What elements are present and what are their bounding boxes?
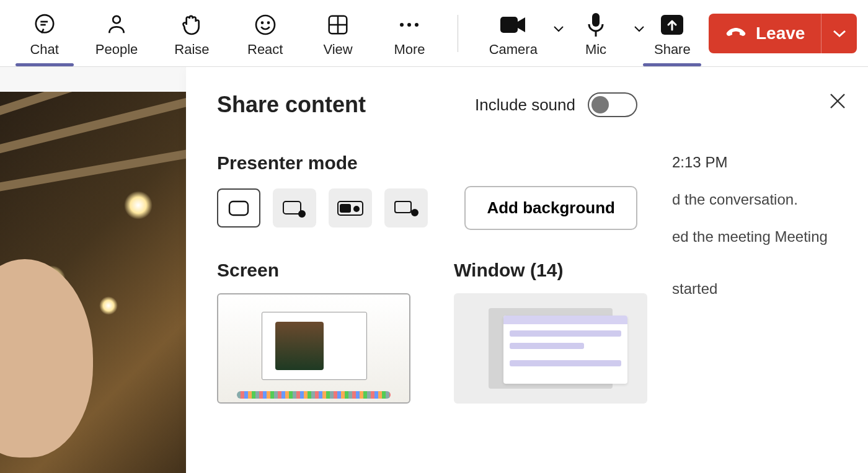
presenter-mode-side-by-side[interactable] <box>329 188 372 228</box>
share-button[interactable]: Share <box>639 6 706 61</box>
share-panel-title: Share content <box>217 92 366 118</box>
raise-hand-icon <box>179 11 204 39</box>
leave-options-button[interactable] <box>821 14 857 53</box>
share-icon <box>660 11 684 39</box>
svg-point-3 <box>113 15 120 23</box>
content-area: Share content Include sound Presenter mo… <box>0 67 868 473</box>
mic-label: Mic <box>585 42 606 58</box>
presenter-mode-row: Add background <box>217 186 637 230</box>
leave-button-group: Leave <box>709 14 857 53</box>
share-label: Share <box>654 42 691 58</box>
camera-label: Camera <box>489 42 538 58</box>
camera-icon <box>499 11 528 39</box>
presenter-mode-content-only[interactable] <box>217 188 260 228</box>
active-tab-indicator <box>16 63 74 66</box>
people-icon <box>104 11 129 39</box>
more-icon <box>397 11 422 39</box>
include-sound-label: Include sound <box>475 95 575 115</box>
mic-icon <box>587 11 605 39</box>
presenter-mode-heading: Presenter mode <box>217 153 637 174</box>
mic-button[interactable]: Mic <box>558 6 633 61</box>
share-active-indicator <box>643 63 701 66</box>
screen-share-tile[interactable] <box>217 293 410 404</box>
camera-button[interactable]: Camera <box>473 6 553 61</box>
leave-label: Leave <box>756 24 805 43</box>
window-share-tile[interactable] <box>454 293 647 404</box>
svg-point-0 <box>36 15 53 32</box>
more-label: More <box>394 42 425 58</box>
people-button[interactable]: People <box>80 6 153 61</box>
svg-rect-17 <box>229 201 248 215</box>
include-sound-group: Include sound <box>475 92 637 117</box>
hangup-icon <box>725 24 747 43</box>
svg-point-22 <box>354 206 359 211</box>
svg-point-11 <box>407 23 411 27</box>
svg-point-6 <box>268 22 269 23</box>
view-button[interactable]: View <box>304 6 371 61</box>
svg-point-12 <box>415 23 418 27</box>
svg-point-10 <box>400 23 404 27</box>
leave-button[interactable]: Leave <box>709 14 821 53</box>
toolbar-divider <box>458 15 458 52</box>
more-button[interactable]: More <box>376 6 443 61</box>
screen-heading: Screen <box>217 260 410 281</box>
presenter-mode-standout[interactable] <box>273 188 316 228</box>
svg-rect-14 <box>592 13 600 27</box>
view-label: View <box>323 42 352 58</box>
chat-timestamp: 2:13 PM <box>672 154 854 171</box>
toggle-knob <box>591 96 609 113</box>
svg-rect-18 <box>283 201 301 214</box>
svg-point-5 <box>262 22 263 23</box>
participant-video <box>0 92 186 473</box>
chat-system-line: started <box>672 280 854 298</box>
add-background-button[interactable]: Add background <box>464 186 637 230</box>
chat-system-line: d the conversation. <box>672 191 854 208</box>
include-sound-toggle[interactable] <box>588 92 637 117</box>
window-heading: Window (14) <box>454 260 647 281</box>
view-icon <box>326 11 350 39</box>
chat-icon <box>32 11 57 39</box>
people-label: People <box>95 42 138 58</box>
svg-point-24 <box>412 210 418 216</box>
svg-point-19 <box>299 211 305 217</box>
svg-point-4 <box>256 15 275 34</box>
chat-panel: 2:13 PM d the conversation. ed the meeti… <box>668 67 868 473</box>
react-label: React <box>247 42 283 58</box>
chat-button[interactable]: Chat <box>14 6 75 61</box>
close-icon[interactable] <box>828 92 847 113</box>
react-button[interactable]: React <box>231 6 299 61</box>
raise-hand-button[interactable]: Raise <box>158 6 226 61</box>
raise-label: Raise <box>174 42 209 58</box>
svg-rect-23 <box>395 201 411 213</box>
meeting-toolbar: Chat People Raise React <box>0 0 868 67</box>
chat-system-line: ed the meeting Meeting <box>672 228 854 245</box>
react-icon <box>253 11 278 39</box>
svg-rect-13 <box>500 17 518 33</box>
presenter-mode-reporter[interactable] <box>384 188 428 228</box>
svg-rect-21 <box>340 205 350 212</box>
share-content-panel: Share content Include sound Presenter mo… <box>186 67 668 473</box>
chat-label: Chat <box>30 42 58 58</box>
